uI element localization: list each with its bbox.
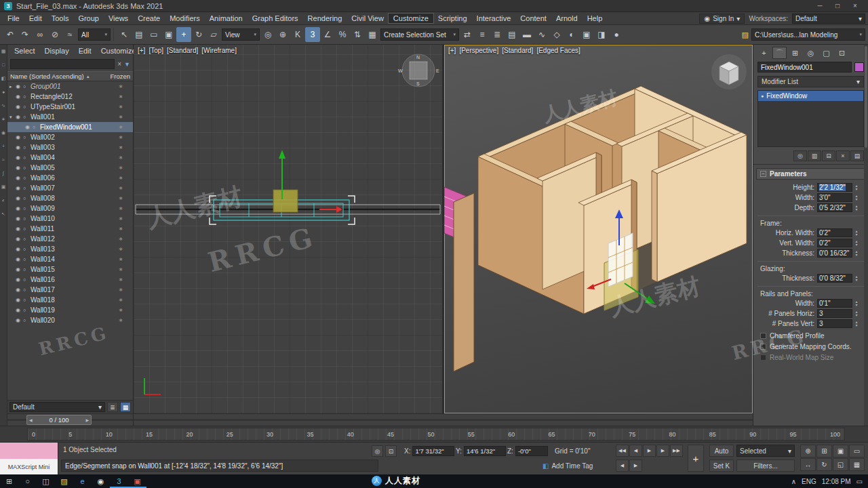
search-input[interactable] [10, 59, 115, 69]
list-item[interactable]: ◉ ○ Wall015 ∗ [7, 264, 133, 274]
toolbar-icon[interactable]: ▱ [206, 27, 221, 42]
frozen-toggle-icon[interactable]: ∗ [111, 185, 131, 191]
taskbar-app-icon[interactable]: ◫ [37, 474, 55, 488]
viewport-perspective[interactable]: [+][Perspective][Standard][Edged Faces] [444, 45, 753, 413]
modifier-stack[interactable]: ● FixedWindow [757, 90, 864, 147]
parameter-input[interactable]: 0'2" [817, 228, 852, 237]
spinner[interactable]: ▴ ▾ [853, 184, 860, 191]
viewport-top[interactable]: [+][Top][Standard][Wireframe] [134, 45, 442, 413]
eye-icon[interactable]: ◉ [16, 277, 23, 283]
list-item[interactable]: ▸ ◉ ○ Group001 ∗ [7, 81, 133, 92]
reference-coordinate-dropdown[interactable]: View ▾ [222, 28, 260, 41]
toolbar-icon[interactable]: ↖ [117, 27, 132, 42]
eye-icon[interactable]: ◉ [16, 236, 23, 242]
taskbar-app-icon[interactable]: ▣ [128, 474, 146, 488]
parameter-input[interactable]: 2'2 1/32" [817, 183, 852, 192]
list-item[interactable]: ◉ ○ Rectangle012 ∗ [7, 92, 133, 102]
expand-arrow-icon[interactable]: ▸ [9, 84, 16, 89]
view-cube[interactable] [711, 54, 747, 89]
toolbar-icon[interactable]: ∿ [534, 27, 549, 42]
minimize-button[interactable]: ─ [811, 2, 829, 9]
command-panel-tab-icon[interactable]: ⊡ [835, 47, 849, 59]
stack-tool-button[interactable]: ▥ [808, 150, 821, 161]
filter-funnel-icon[interactable]: ▼ [124, 61, 130, 68]
eye-icon[interactable]: ◉ [16, 307, 23, 313]
list-item[interactable]: ◉ ○ FixedWindow001 ∗ [7, 122, 133, 132]
frozen-toggle-icon[interactable]: ∗ [111, 83, 131, 89]
toolbar-icon[interactable]: ◇ [549, 27, 564, 42]
list-item[interactable]: ◉ ○ Wall009 ∗ [7, 203, 133, 214]
toolbar-icon[interactable]: 3 [305, 27, 320, 42]
stack-tool-button[interactable]: × [836, 150, 850, 161]
explorer-preset-dropdown[interactable]: Default ▾ [9, 402, 105, 412]
frozen-toggle-icon[interactable]: ∗ [111, 144, 131, 150]
list-item[interactable]: ◉ ○ Wall012 ∗ [7, 234, 133, 244]
maxscript-mini-listener[interactable]: MAXScript Mini [0, 443, 58, 475]
playback-button[interactable]: ◀ [629, 445, 642, 457]
frozen-toggle-icon[interactable]: ∗ [111, 205, 131, 211]
frozen-toggle-icon[interactable]: ∗ [111, 287, 131, 293]
frozen-toggle-icon[interactable]: ∗ [111, 236, 131, 242]
viewport-nav-button[interactable]: ▭ [849, 445, 865, 458]
toolbar-icon[interactable]: ↶ [3, 27, 18, 42]
eye-icon[interactable]: ◉ [16, 256, 23, 262]
key-step-button[interactable]: ▶ [629, 460, 642, 472]
expand-arrow-icon[interactable]: ▾ [9, 115, 16, 120]
parameter-input[interactable]: 0'0 8/32" [817, 274, 852, 283]
checkbox[interactable] [760, 344, 766, 350]
list-item[interactable]: ◉ ○ Wall013 ∗ [7, 244, 133, 254]
menu-item[interactable]: Scripting [433, 14, 472, 23]
taskbar-app-icon[interactable]: 3 [110, 474, 128, 488]
eye-icon[interactable]: ◉ [16, 226, 23, 232]
language-indicator[interactable]: ENG [802, 478, 816, 485]
frozen-toggle-icon[interactable]: ∗ [111, 175, 131, 181]
eye-icon[interactable]: ◉ [16, 317, 23, 323]
maximize-button[interactable]: □ [829, 2, 846, 9]
set-keys-button[interactable]: + [688, 445, 704, 472]
time-slider[interactable] [134, 413, 753, 426]
explorer-tool-icon[interactable]: ● [2, 89, 5, 94]
viewport-nav-button[interactable]: ▦ [849, 458, 865, 471]
list-item[interactable]: ◉ ○ Wall019 ∗ [7, 305, 133, 315]
frame-back-icon[interactable]: ◀ [29, 418, 33, 422]
spinner[interactable]: ▴▾ [853, 275, 860, 282]
viewport-label-item[interactable]: [Perspective] [459, 47, 498, 54]
list-item[interactable]: ◉ ○ Wall016 ∗ [7, 274, 133, 285]
menu-item[interactable]: Content [515, 14, 551, 23]
list-item[interactable]: ◉ ○ Wall004 ∗ [7, 152, 133, 163]
list-item[interactable]: ◉ ○ Wall007 ∗ [7, 183, 133, 193]
auto-key-button[interactable]: Auto [709, 445, 734, 457]
stack-tool-button[interactable]: ▤ [850, 150, 864, 161]
command-panel-tab-icon[interactable]: + [757, 47, 771, 59]
toolbar-icon[interactable]: ⇅ [350, 27, 365, 42]
spinner[interactable]: ▴▾ [853, 321, 860, 327]
menu-item[interactable]: Edit [24, 14, 47, 23]
toolbar-icon[interactable]: ↷ [18, 27, 33, 42]
list-item[interactable]: ◉ ○ Wall006 ∗ [7, 173, 133, 183]
eye-icon[interactable]: ◉ [16, 195, 23, 201]
frozen-toggle-icon[interactable]: ∗ [111, 277, 131, 283]
frozen-toggle-icon[interactable]: ∗ [111, 94, 131, 100]
eye-icon[interactable]: ◉ [16, 297, 23, 303]
frozen-toggle-icon[interactable]: ∗ [111, 195, 131, 201]
toolbar-icon[interactable]: ⊘ [47, 27, 62, 42]
viewport-label-item[interactable]: [Standard] [167, 47, 198, 54]
tray-expand-icon[interactable]: ∧ [791, 478, 796, 485]
toolbar-icon[interactable]: ▤ [505, 27, 519, 42]
taskbar-app-icon[interactable]: ◉ [92, 474, 110, 488]
list-item[interactable]: ◉ ○ Wall014 ∗ [7, 254, 133, 264]
explorer-tool-icon[interactable]: + [2, 144, 5, 148]
modifier-bulb-icon[interactable]: ● [761, 94, 764, 98]
frozen-toggle-icon[interactable]: ∗ [111, 114, 131, 120]
toolbar-icon[interactable]: ▤ [132, 27, 146, 42]
list-view-icon[interactable]: ≣ [107, 402, 118, 412]
viewport-nav-button[interactable]: ⊞ [816, 445, 832, 458]
toolbar-icon[interactable]: ≣ [490, 27, 505, 42]
menu-item[interactable]: Tools [47, 14, 74, 23]
frozen-toggle-icon[interactable]: ∗ [111, 266, 131, 272]
checkbox[interactable] [760, 354, 766, 361]
workspace-dropdown[interactable]: Default ▾ [792, 14, 865, 24]
viewport-label-item[interactable]: [+] [138, 47, 145, 54]
playback-button[interactable]: ◀◀ [616, 445, 629, 457]
viewport-nav-button[interactable]: ▣ [833, 445, 848, 458]
